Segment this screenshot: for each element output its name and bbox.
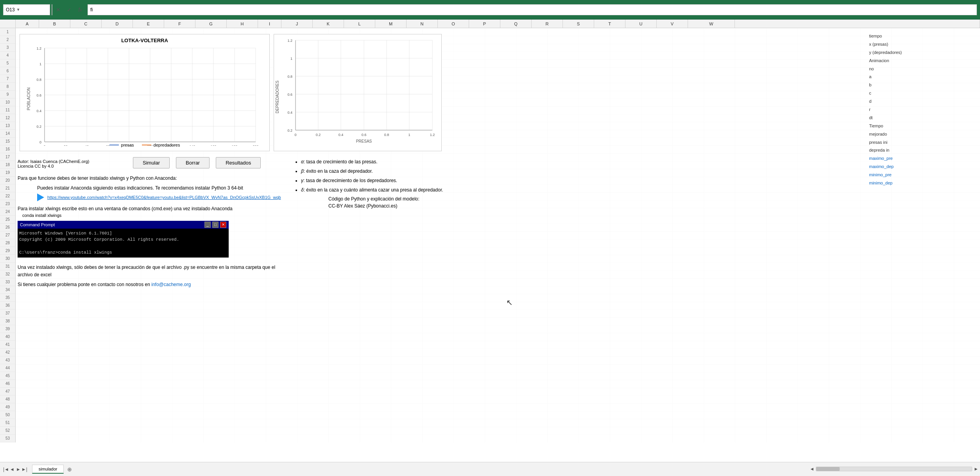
- svg-text:0.6: 0.6: [362, 133, 367, 137]
- row-num-32: 32: [0, 270, 15, 278]
- col-header-E[interactable]: E: [133, 20, 164, 28]
- sheet-tab-simulador[interactable]: simulador: [32, 465, 64, 474]
- formula-input[interactable]: fi: [88, 4, 977, 15]
- button-row: Simular Borrar Resultados: [133, 157, 261, 168]
- row-num-5: 5: [0, 59, 15, 67]
- col-header-V[interactable]: V: [657, 20, 688, 28]
- row-num-13: 13: [0, 122, 15, 130]
- nav-first-btn[interactable]: |◄: [3, 467, 9, 472]
- col-header-D[interactable]: D: [102, 20, 133, 28]
- col-header-J[interactable]: J: [281, 20, 313, 28]
- chart2-svg: DEPREDADORES 1.2 1 0.8 0.6 0.4: [274, 34, 442, 152]
- svg-text:1: 1: [290, 57, 292, 61]
- confirm-formula-btn[interactable]: ✓: [65, 5, 73, 14]
- col-header-H[interactable]: H: [227, 20, 258, 28]
- scrollbar-track[interactable]: [816, 467, 972, 471]
- col-depreda-in: depreda in: [869, 146, 902, 154]
- cmd-close-btn[interactable]: ✕: [220, 222, 226, 228]
- col-header-U[interactable]: U: [625, 20, 657, 28]
- simulate-button[interactable]: Simular: [133, 157, 170, 168]
- col-header-R[interactable]: R: [532, 20, 563, 28]
- python-code-line1: Código de Python y explicación del model…: [328, 196, 419, 202]
- col-header-K[interactable]: K: [313, 20, 344, 28]
- row-num-6: 6: [0, 67, 15, 75]
- row-num-7: 7: [0, 75, 15, 83]
- scrollbar-thumb[interactable]: [816, 467, 840, 471]
- install-anaconda-text: Puedes instalar Anaconda siguiendo estas…: [37, 184, 291, 192]
- row-num-30: 30: [0, 255, 15, 263]
- col-header-O[interactable]: O: [438, 20, 469, 28]
- col-header-I[interactable]: I: [258, 20, 281, 28]
- formula-icons: ✕ ✓ fx: [54, 5, 84, 14]
- cancel-formula-btn[interactable]: ✕: [54, 5, 63, 14]
- cmd-line3: [19, 243, 227, 250]
- nav-next-btn[interactable]: ►: [16, 467, 21, 472]
- cmd-minimize-btn[interactable]: _: [204, 222, 211, 228]
- svg-text:0.2: 0.2: [316, 133, 321, 137]
- instructions-section: Para que funcione debes de tener instala…: [18, 175, 291, 288]
- svg-text:180: 180: [231, 145, 237, 146]
- video-link[interactable]: https://www.youtube.com/watch?v=x4xeqDME…: [47, 195, 281, 200]
- cmd-maximize-btn[interactable]: □: [212, 222, 219, 228]
- col-header-A[interactable]: A: [16, 20, 39, 28]
- svg-text:140: 140: [189, 145, 195, 146]
- svg-text:0: 0: [294, 133, 296, 137]
- row-num-33: 33: [0, 278, 15, 286]
- clear-button[interactable]: Borrar: [176, 157, 210, 168]
- play-icon[interactable]: [37, 193, 44, 201]
- svg-text:1.2: 1.2: [430, 133, 435, 137]
- col-header-P[interactable]: P: [469, 20, 500, 28]
- col-header-Q[interactable]: Q: [500, 20, 532, 28]
- nav-last-btn[interactable]: ►|: [21, 467, 27, 472]
- col-presas-ini: presas ini: [869, 138, 902, 147]
- video-link-row: https://www.youtube.com/watch?v=x4xeqDME…: [37, 193, 291, 201]
- row-num-37: 37: [0, 310, 15, 317]
- row-num-1: 1: [0, 28, 15, 36]
- col-header-S[interactable]: S: [563, 20, 594, 28]
- row-num-41: 41: [0, 341, 15, 349]
- bottom-bar: |◄ ◄ ► ►| simulador ⊕ ◄ ►: [0, 462, 980, 476]
- author-line2: Licencia CC by 4.0: [18, 164, 89, 168]
- col-no: no: [869, 65, 902, 73]
- add-sheet-btn[interactable]: ⊕: [65, 465, 74, 474]
- col-ydepredadores: y (depredadores): [869, 48, 902, 57]
- horizontal-scrollbar[interactable]: ◄ ►: [808, 462, 980, 476]
- insert-function-btn[interactable]: fx: [76, 5, 84, 14]
- row-num-12: 12: [0, 114, 15, 122]
- col-header-N[interactable]: N: [407, 20, 438, 28]
- svg-text:1: 1: [39, 62, 41, 66]
- svg-text:0: 0: [43, 145, 45, 146]
- row-num-14: 14: [0, 130, 15, 138]
- name-box[interactable]: O13 ▼: [3, 4, 50, 15]
- row-num-42: 42: [0, 349, 15, 356]
- svg-text:160: 160: [210, 145, 216, 146]
- col-header-W[interactable]: W: [688, 20, 735, 28]
- row-num-26: 26: [0, 224, 15, 231]
- svg-text:0.6: 0.6: [36, 93, 41, 97]
- chart1-container: LOTKA-VOLTERRA POBLACIÓN 1.2 1: [20, 34, 270, 151]
- svg-text:PRESAS: PRESAS: [356, 139, 372, 143]
- col-header-T[interactable]: T: [594, 20, 625, 28]
- col-header-G[interactable]: G: [195, 20, 227, 28]
- col-header-M[interactable]: M: [375, 20, 407, 28]
- scroll-left-btn[interactable]: ◄: [808, 466, 816, 472]
- col-header-F[interactable]: F: [164, 20, 195, 28]
- nav-prev-btn[interactable]: ◄: [10, 467, 14, 472]
- row-num-18: 18: [0, 161, 15, 169]
- row-num-38: 38: [0, 317, 15, 325]
- svg-text:20: 20: [64, 145, 68, 146]
- nav-arrows: |◄ ◄ ► ►|: [3, 467, 27, 472]
- row-num-10: 10: [0, 98, 15, 106]
- row-num-15: 15: [0, 138, 15, 145]
- col-header-C[interactable]: C: [70, 20, 102, 28]
- results-button[interactable]: Resultados: [216, 157, 261, 168]
- chart1-svg: POBLACIÓN 1.2 1 0.8 0.6 0.4: [27, 44, 269, 146]
- scroll-right-btn[interactable]: ►: [972, 466, 980, 472]
- intro-text: Para que funcione debes de tener instala…: [18, 175, 291, 182]
- col-header-L[interactable]: L: [344, 20, 375, 28]
- cmd-window-container: Command Prompt _ □ ✕ Microsoft Windows […: [18, 221, 229, 258]
- col-minimo-pre: minimo_pre: [869, 171, 902, 179]
- svg-text:0.6: 0.6: [287, 93, 292, 97]
- col-header-B[interactable]: B: [39, 20, 70, 28]
- param-gamma: γ: tasa de decrecimiento de los depredad…: [301, 176, 443, 185]
